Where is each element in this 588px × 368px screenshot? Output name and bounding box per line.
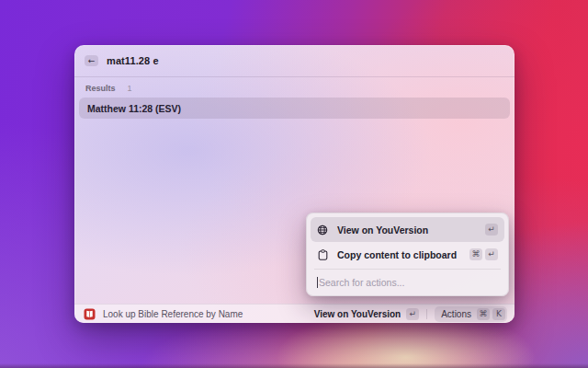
bible-app-icon <box>84 308 96 320</box>
text-caret <box>317 277 318 288</box>
results-label: Results <box>85 84 116 93</box>
arrow-left-icon: ← <box>88 57 96 65</box>
status-bar: Look up Bible Reference by Name View on … <box>74 304 514 323</box>
action-label: View on YouVersion <box>337 224 428 236</box>
action-search-placeholder: Search for actions... <box>319 277 404 288</box>
results-count: 1 <box>128 84 132 93</box>
action-item-copy-content[interactable]: Copy content to clipboard ⌘ ↵ <box>311 242 504 267</box>
actions-button[interactable]: Actions ⌘ K <box>435 306 507 322</box>
return-keycap: ↵ <box>485 224 498 236</box>
action-panel: View on YouVersion ↵ Copy content to cli… <box>306 213 509 296</box>
actions-label: Actions <box>441 309 471 319</box>
clipboard-icon <box>317 249 328 260</box>
command-name: Look up Bible Reference by Name <box>103 309 243 319</box>
action-label: Copy content to clipboard <box>337 249 457 260</box>
cmd-keycap: ⌘ <box>477 308 490 320</box>
globe-icon <box>317 224 328 236</box>
cmd-keycap: ⌘ <box>469 248 482 260</box>
status-bar-left: Look up Bible Reference by Name <box>84 308 243 320</box>
action-shortcut: ⌘ ↵ <box>469 248 498 260</box>
search-header: ← mat11.28 e <box>74 45 514 77</box>
list-item[interactable]: Matthew 11:28 (ESV) <box>79 98 510 119</box>
status-divider <box>426 309 427 319</box>
action-item-view-on-youversion[interactable]: View on YouVersion ↵ <box>311 217 504 242</box>
return-keycap: ↵ <box>485 248 498 260</box>
search-input[interactable]: mat11.28 e <box>107 55 159 66</box>
return-keycap: ↵ <box>406 308 419 320</box>
k-keycap: K <box>492 308 505 320</box>
status-bar-right: View on YouVersion ↵ Actions ⌘ K <box>314 306 507 322</box>
action-shortcut: ↵ <box>485 224 498 236</box>
primary-action-button[interactable]: View on YouVersion <box>314 309 401 319</box>
result-title: Matthew 11:28 (ESV) <box>87 103 181 114</box>
back-button[interactable]: ← <box>85 55 98 66</box>
action-search-input[interactable]: Search for actions... <box>311 270 504 295</box>
desktop-background: ← mat11.28 e Results 1 Matthew 11:28 (ES… <box>0 0 588 368</box>
results-section-header: Results 1 <box>85 83 503 93</box>
